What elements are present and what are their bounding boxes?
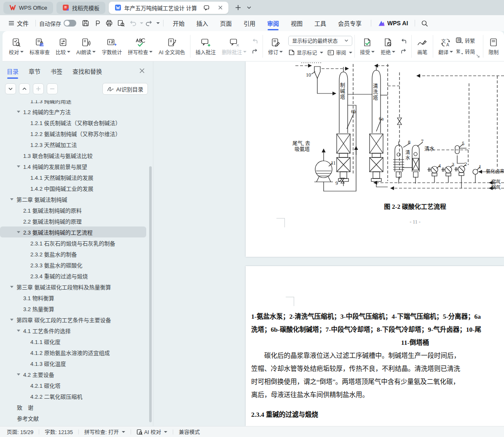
toc-item[interactable]: 2.3.3 氨盐水的碳酸化 (0, 259, 150, 270)
toc-item[interactable]: 第二章 氨碱法制纯碱 (0, 194, 150, 205)
menu-item-4[interactable]: 审阅 (261, 15, 285, 31)
toc-item[interactable]: 1.2.2 氨碱法制纯碱（又称苏尔维法） (0, 128, 150, 139)
toc-item[interactable]: 2.2 氨碱法制纯碱的原理 (0, 216, 150, 226)
collapse-all-button[interactable] (5, 83, 16, 94)
next-comment-button[interactable] (250, 48, 260, 55)
menu-item-3[interactable]: 引用 (238, 15, 261, 31)
compare-button[interactable]: 比较 (53, 33, 73, 59)
show-markup-button[interactable]: 显示标记 (288, 48, 323, 57)
menu-item-6[interactable]: 工具 (308, 15, 332, 31)
toc-item[interactable]: 4.1.1 碳化度 (0, 336, 150, 347)
wps-ai-button[interactable]: WPS AI (375, 20, 411, 27)
toc-item[interactable]: 1.4.2 中国纯碱工业的发展 (0, 183, 150, 194)
toc-item[interactable]: 1.4 纯碱的发展前景与展望 (0, 161, 150, 172)
expand-triangle-icon[interactable] (10, 198, 13, 202)
restrict-editing-button[interactable]: 限制 (485, 33, 501, 59)
autosave-toggle[interactable] (64, 20, 76, 27)
markup-state-dropdown[interactable]: 显示标记的最终状态 (288, 36, 352, 46)
document-page-12[interactable]: 1-氨盐水泵；2-清洗气压缩机；3-中段气压缩机；4-下端气压缩机；5-分离器；… (246, 266, 504, 426)
redo-button[interactable] (144, 18, 155, 29)
sidebar-tab-0[interactable]: 目录 (7, 67, 19, 79)
accept-button[interactable]: 接受 (357, 33, 378, 59)
word-count-indicator[interactable]: 字数: 12135 (45, 428, 73, 436)
undo-chevron-icon[interactable] (140, 22, 143, 26)
ai-proofread-status[interactable]: AI 校对 (137, 428, 167, 436)
delete-comment-button[interactable]: 删除批注 (219, 33, 249, 59)
document-page-11[interactable]: 制碱塔清洗塔106b6a尾气, 去吸氨塔1198清水7清水54321氨化卤来窑气… (246, 61, 504, 257)
tab-wps-office[interactable]: WPS Office (3, 2, 53, 14)
sidebar-tab-1[interactable]: 章节 (29, 67, 40, 79)
toc-item[interactable]: 1.1.3 纯碱的用途 (0, 100, 150, 106)
dialog-launcher-icon[interactable] (476, 54, 480, 58)
zoom-out-button[interactable] (47, 83, 58, 94)
expand-triangle-icon[interactable] (17, 373, 20, 377)
file-menu[interactable]: 文件 (5, 19, 32, 27)
toc-item[interactable]: 2.3 氨碱法制纯碱的工艺流程 (0, 226, 146, 237)
menu-item-0[interactable]: 开始 (167, 15, 190, 31)
expand-triangle-icon[interactable] (10, 319, 13, 322)
translate-button[interactable]: 文A 翻译 (435, 33, 456, 59)
toc-item[interactable]: 2.1 氨碱法制纯碱的原料 (0, 205, 150, 216)
compatibility-mode-badge[interactable]: 兼容模式 (179, 428, 200, 436)
insert-comment-button[interactable]: 插入批注 (193, 33, 219, 59)
toc-item[interactable]: 2.3.1 石灰石的煅烧与石灰乳的制备 (0, 237, 150, 248)
expand-triangle-icon[interactable] (10, 286, 13, 290)
ai-read-aloud-button[interactable]: AI朗读 (73, 33, 99, 59)
toc-item[interactable]: 3.2 热量衡算 (0, 303, 150, 314)
toc-item[interactable]: 4.1 工艺条件的选择 (0, 325, 150, 336)
toc-item[interactable]: 1.2 纯碱的生产方法 (0, 106, 150, 117)
word-count-button[interactable]: 字数统计 (99, 33, 125, 59)
sidebar-tab-2[interactable]: 书签 (51, 67, 62, 79)
sidebar-close-icon[interactable] (139, 67, 146, 75)
save-button[interactable] (80, 18, 91, 29)
previous-comment-button[interactable] (250, 37, 260, 45)
ai-recognize-toc-button[interactable]: AI识别目录 (102, 83, 148, 95)
doc-comment-bubble-icon[interactable] (202, 3, 211, 12)
toc-item[interactable]: 1.4.1 天然碱制碱法的发展 (0, 172, 150, 183)
print-button[interactable] (104, 18, 115, 29)
menu-item-5[interactable]: 视图 (285, 15, 308, 31)
to-traditional-button[interactable]: 简 转繁 (456, 37, 475, 45)
search-icon[interactable] (419, 18, 430, 29)
expand-triangle-icon[interactable] (17, 231, 20, 235)
toc-item[interactable]: 2.3.4 重碱的过滤与煅烧 (0, 270, 150, 281)
zoom-in-button[interactable] (33, 83, 44, 94)
toc-item[interactable]: 4.1.3 碳化温度 (0, 358, 150, 369)
toc-item[interactable]: 4.2 主要设备 (0, 369, 150, 380)
ink-brush-button[interactable]: 画笔 (414, 33, 431, 59)
next-revision-button[interactable] (399, 48, 408, 55)
new-tab-plus-icon[interactable] (233, 3, 243, 12)
print-preview-button[interactable] (115, 18, 126, 29)
track-changes-button[interactable]: 修订 (265, 33, 286, 59)
toc-item[interactable]: 第四章 碳化工段的工艺条件与主要设备 (0, 314, 150, 325)
page-indicator[interactable]: 页面: 15/29 (7, 428, 33, 436)
toc-item[interactable]: 1.3 联合制碱法与氨碱法比较 (0, 150, 150, 161)
menu-item-2[interactable]: 页面 (214, 15, 238, 31)
proofread-button[interactable]: 校对 (6, 33, 27, 59)
standard-review-button[interactable]: 标准审查 (27, 33, 53, 59)
toc-item[interactable]: 致 谢 (0, 402, 150, 413)
toc-item[interactable]: 第三章 氨碱法碳化工段物料及热量衡算 (0, 281, 150, 292)
expand-triangle-icon[interactable] (17, 330, 20, 333)
toc-item[interactable]: 1.2.3 天然碱加工法 (0, 139, 150, 150)
toc-item[interactable]: 3.1 物料衡算 (0, 292, 150, 303)
menu-item-7[interactable]: 会员专享 (332, 15, 367, 31)
undo-button[interactable] (127, 18, 138, 29)
expand-triangle-icon[interactable] (17, 111, 20, 115)
toc-item[interactable]: 2.3.2 氨盐水的制备 (0, 248, 150, 259)
expand-all-button[interactable] (19, 83, 30, 94)
tab-close-icon[interactable] (216, 3, 225, 12)
to-simplified-button[interactable]: 繁 转简 (456, 48, 475, 56)
sidebar-scrollbar[interactable] (149, 166, 152, 422)
toc-item[interactable]: 4.1.2 原始氨盐水溶液的适宜组成 (0, 347, 150, 358)
review-pane-button[interactable]: 审阅 (327, 48, 352, 57)
tab-document-active[interactable]: 年产五万吨纯碱工艺设计 计算 (109, 2, 228, 14)
spell-check-button[interactable]: 拼写检查 (125, 33, 155, 59)
expand-triangle-icon[interactable] (17, 165, 20, 169)
previous-revision-button[interactable] (399, 37, 408, 45)
sidebar-tab-3[interactable]: 查找和替换 (72, 67, 102, 79)
ai-polish-button[interactable]: AI 全文润色 (155, 33, 188, 59)
toc-item[interactable]: 4.2.1 碳化塔 (0, 380, 150, 391)
toc-item[interactable]: 4.2.2 二氧化碳压缩机 (0, 391, 150, 402)
menu-item-1[interactable]: 插入 (190, 15, 214, 31)
